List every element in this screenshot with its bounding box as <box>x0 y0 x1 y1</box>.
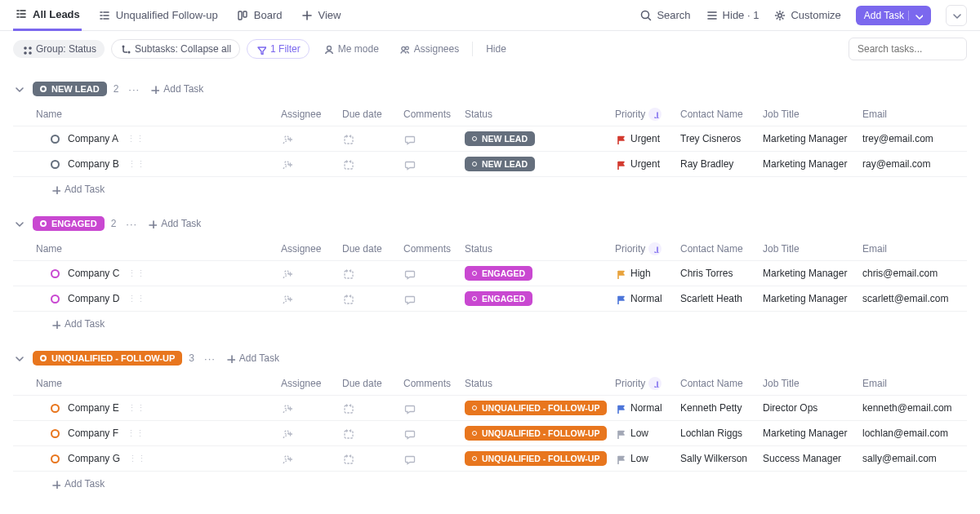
group-more-icon[interactable]: ··· <box>125 83 143 95</box>
due-date-cell[interactable] <box>342 133 403 145</box>
contact-cell[interactable]: Sally Wilkerson <box>680 453 763 464</box>
column-header[interactable]: Status <box>465 378 615 389</box>
drag-handle-icon[interactable]: ⋮⋮ <box>127 268 145 279</box>
column-header[interactable]: Email <box>862 109 980 120</box>
due-date-cell[interactable] <box>342 158 403 171</box>
tab-all-leads[interactable]: All Leads <box>13 0 82 31</box>
hide-button[interactable]: Hide <box>479 40 513 58</box>
contact-cell[interactable]: Kenneth Petty <box>680 402 763 414</box>
column-header[interactable]: Email <box>862 378 980 389</box>
comments-cell[interactable] <box>403 453 465 465</box>
email-cell[interactable]: lochlan@email.com <box>862 428 980 439</box>
assignee-cell[interactable] <box>281 402 342 414</box>
drag-handle-icon[interactable]: ⋮⋮ <box>127 159 145 170</box>
column-header[interactable]: Contact Name <box>680 109 763 120</box>
sort-desc-icon[interactable] <box>648 108 662 121</box>
sort-desc-icon[interactable] <box>648 377 662 390</box>
column-header[interactable]: Assignee <box>281 378 342 389</box>
group-status-chip[interactable]: NEW LEAD <box>33 82 107 96</box>
due-date-cell[interactable] <box>342 293 403 305</box>
column-header[interactable]: Priority <box>615 242 680 255</box>
due-date-cell[interactable] <box>342 453 403 465</box>
customize-button[interactable]: Customize <box>773 9 840 22</box>
me-mode-button[interactable]: Me mode <box>316 40 385 58</box>
table-row[interactable]: Company A ⋮⋮ NEW LEAD Urgent Trey Cisner… <box>13 126 967 152</box>
contact-cell[interactable]: Chris Torres <box>680 268 763 279</box>
assignee-cell[interactable] <box>281 293 342 305</box>
tab-board[interactable]: Board <box>234 0 284 31</box>
priority-cell[interactable]: Urgent <box>615 133 680 144</box>
group-status-chip[interactable]: ENGAGED <box>33 216 105 231</box>
priority-cell[interactable]: Low <box>615 428 680 439</box>
column-header[interactable]: Name <box>36 109 281 120</box>
contact-cell[interactable]: Trey Cisneros <box>680 133 763 144</box>
title-cell[interactable]: Director Ops <box>763 402 862 414</box>
assignee-cell[interactable] <box>281 453 342 465</box>
contact-cell[interactable]: Scarlett Heath <box>680 293 763 304</box>
assignees-button[interactable]: Assignees <box>392 40 466 58</box>
drag-handle-icon[interactable]: ⋮⋮ <box>128 454 146 464</box>
drag-handle-icon[interactable]: ⋮⋮ <box>127 403 145 414</box>
column-header[interactable]: Status <box>465 109 615 120</box>
email-cell[interactable]: ray@email.com <box>862 158 980 170</box>
status-cell[interactable]: UNQUALIFIED - FOLLOW-UP <box>465 426 615 441</box>
add-task-row[interactable]: Add Task <box>13 472 967 496</box>
search-button[interactable]: Search <box>639 9 690 22</box>
column-header[interactable]: Due date <box>342 243 403 255</box>
table-row[interactable]: Company F ⋮⋮ UNQUALIFIED - FOLLOW-UP Low… <box>13 421 967 446</box>
search-input[interactable] <box>849 38 967 60</box>
hide-columns-button[interactable]: Hide · 1 <box>706 9 760 22</box>
status-cell[interactable]: ENGAGED <box>465 266 615 281</box>
assignee-cell[interactable] <box>281 133 342 145</box>
drag-handle-icon[interactable]: ⋮⋮ <box>127 134 145 144</box>
column-header[interactable]: Assignee <box>281 243 342 255</box>
priority-cell[interactable]: Normal <box>615 293 680 304</box>
column-header[interactable]: Comments <box>403 378 465 389</box>
search-tasks[interactable] <box>849 38 967 60</box>
assignee-cell[interactable] <box>281 268 342 280</box>
contact-cell[interactable]: Ray Bradley <box>680 158 763 170</box>
due-date-cell[interactable] <box>342 402 403 414</box>
priority-cell[interactable]: High <box>615 268 680 279</box>
drag-handle-icon[interactable]: ⋮⋮ <box>127 428 145 439</box>
assignee-cell[interactable] <box>281 428 342 440</box>
due-date-cell[interactable] <box>342 268 403 280</box>
column-header[interactable]: Job Title <box>763 378 862 389</box>
group-add-task[interactable]: Add Task <box>147 218 201 229</box>
column-header[interactable]: Contact Name <box>680 243 763 255</box>
collapse-icon[interactable] <box>13 83 26 95</box>
column-header[interactable]: Name <box>36 243 281 255</box>
group-add-task[interactable]: Add Task <box>149 83 203 95</box>
column-header[interactable]: Assignee <box>281 109 342 120</box>
column-header[interactable]: Priority <box>615 108 680 121</box>
email-cell[interactable]: sally@email.com <box>862 453 980 464</box>
add-task-row[interactable]: Add Task <box>13 312 967 336</box>
status-cell[interactable]: ENGAGED <box>465 291 615 306</box>
comments-cell[interactable] <box>403 133 465 145</box>
table-row[interactable]: Company C ⋮⋮ ENGAGED High Chris Torres M… <box>13 261 967 286</box>
table-row[interactable]: Company G ⋮⋮ UNQUALIFIED - FOLLOW-UP Low… <box>13 446 967 472</box>
table-row[interactable]: Company E ⋮⋮ UNQUALIFIED - FOLLOW-UP Nor… <box>13 396 967 421</box>
comments-cell[interactable] <box>403 402 465 414</box>
comments-cell[interactable] <box>403 428 465 440</box>
title-cell[interactable]: Marketing Manager <box>763 133 862 144</box>
status-cell[interactable]: UNQUALIFIED - FOLLOW-UP <box>465 401 615 415</box>
group-pill[interactable]: Group: Status <box>13 40 105 58</box>
comments-cell[interactable] <box>403 293 465 305</box>
title-cell[interactable]: Marketing Manager <box>763 158 862 170</box>
add-task-button[interactable]: Add Task <box>856 6 931 25</box>
column-header[interactable]: Contact Name <box>680 378 763 389</box>
title-cell[interactable]: Marketing Manager <box>763 268 862 279</box>
filter-pill[interactable]: 1 Filter <box>247 39 310 59</box>
status-cell[interactable]: NEW LEAD <box>465 157 615 171</box>
tab-unqualified[interactable]: Unqualified Follow-up <box>96 0 220 31</box>
email-cell[interactable]: trey@email.com <box>862 133 980 144</box>
table-row[interactable]: Company B ⋮⋮ NEW LEAD Urgent Ray Bradley… <box>13 152 967 177</box>
column-header[interactable]: Job Title <box>763 243 862 255</box>
column-header[interactable]: Comments <box>403 109 465 120</box>
sort-desc-icon[interactable] <box>648 242 662 255</box>
due-date-cell[interactable] <box>342 428 403 440</box>
tab-add-view[interactable]: View <box>299 0 343 31</box>
assignee-cell[interactable] <box>281 158 342 171</box>
collapse-icon[interactable] <box>13 352 26 364</box>
